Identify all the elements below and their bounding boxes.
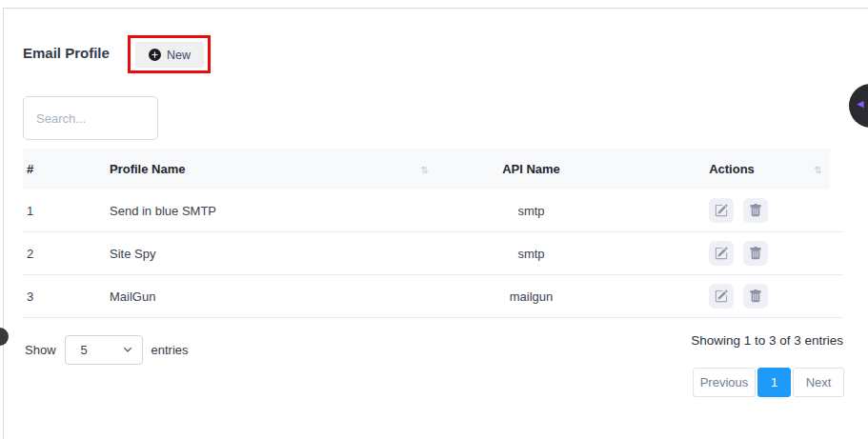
new-button-label: New xyxy=(167,49,191,62)
table-body: 1 Send in blue SMTP smtp 2 Site Spy smtp xyxy=(23,190,843,318)
edit-button[interactable] xyxy=(709,284,734,309)
cell-actions xyxy=(634,198,843,223)
cell-actions xyxy=(634,284,843,309)
table-row: 3 MailGun mailgun xyxy=(23,275,843,318)
search-input[interactable] xyxy=(23,96,158,140)
cell-actions xyxy=(634,241,843,266)
next-page-button[interactable]: Next xyxy=(793,368,844,397)
panel-left-border xyxy=(3,8,4,439)
page-size-control: Show 5 entries xyxy=(25,335,189,365)
sort-icon: ⇅ xyxy=(421,166,429,175)
cell-row-index: 3 xyxy=(23,289,105,304)
plus-circle-icon xyxy=(149,49,161,61)
trash-icon xyxy=(749,204,762,217)
column-header-index-label: # xyxy=(27,162,33,176)
column-header-profile-name-label: Profile Name xyxy=(110,162,185,176)
trash-icon xyxy=(749,247,762,260)
sort-icon: ⇅ xyxy=(815,166,822,175)
table-row: 1 Send in blue SMTP smtp xyxy=(23,190,843,232)
new-button[interactable]: New xyxy=(135,42,204,68)
cell-api-name: mailgun xyxy=(429,289,634,304)
current-page-button[interactable]: 1 xyxy=(757,368,791,397)
show-label: Show xyxy=(25,343,56,357)
cell-api-name: smtp xyxy=(429,204,634,218)
delete-button[interactable] xyxy=(743,284,768,309)
page-size-select[interactable]: 5 xyxy=(65,335,143,365)
column-header-actions-label: Actions xyxy=(709,162,755,176)
edit-icon xyxy=(715,204,728,217)
table-header-row: # ⇅ Profile Name ⇅ API Name Actions ⇅ xyxy=(23,149,830,190)
side-panel-toggle-button[interactable]: ◄ xyxy=(849,84,868,128)
cell-profile-name: Send in blue SMTP xyxy=(105,204,429,218)
panel-top-border xyxy=(4,8,868,9)
entries-label: entries xyxy=(151,343,189,357)
page-size-select-wrap: 5 xyxy=(65,335,143,365)
edit-button[interactable] xyxy=(709,241,734,266)
previous-page-button[interactable]: Previous xyxy=(693,368,756,397)
cell-profile-name: Site Spy xyxy=(105,247,429,261)
column-header-index[interactable]: # ⇅ xyxy=(23,162,105,176)
cell-api-name: smtp xyxy=(429,247,634,261)
column-header-actions[interactable]: Actions ⇅ xyxy=(634,162,830,176)
cell-profile-name: MailGun xyxy=(105,289,429,304)
email-profile-page: Email Profile New # ⇅ Profile Name ⇅ API… xyxy=(0,0,868,439)
arrow-left-icon: ◄ xyxy=(855,97,866,110)
table-info-text: Showing 1 to 3 of 3 entries xyxy=(691,333,843,348)
cell-row-index: 2 xyxy=(23,247,105,261)
edit-icon xyxy=(715,247,728,260)
page-title: Email Profile xyxy=(23,45,110,61)
edit-button[interactable] xyxy=(709,198,734,223)
delete-button[interactable] xyxy=(743,198,768,223)
trash-icon xyxy=(749,289,762,303)
left-edge-widget-button[interactable] xyxy=(0,328,9,346)
table-row: 2 Site Spy smtp xyxy=(23,232,843,275)
column-header-api-name-label: API Name xyxy=(502,162,560,176)
cell-row-index: 1 xyxy=(23,204,105,218)
column-header-api-name[interactable]: API Name xyxy=(429,162,634,176)
delete-button[interactable] xyxy=(743,241,768,266)
pagination: Previous 1 Next xyxy=(693,368,844,397)
column-header-profile-name[interactable]: Profile Name ⇅ xyxy=(105,162,429,176)
edit-icon xyxy=(715,289,728,303)
